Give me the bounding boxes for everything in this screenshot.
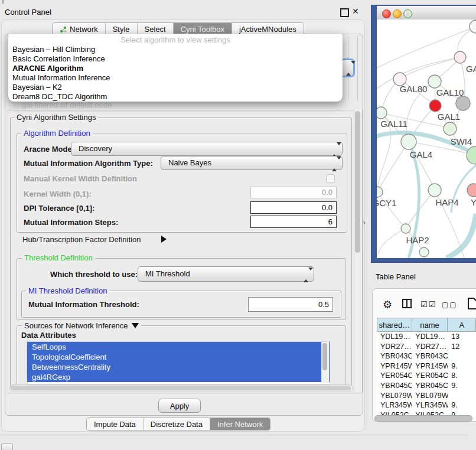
table-column-header[interactable]: A xyxy=(448,318,476,332)
mi-type-combo[interactable]: Naive Bayes xyxy=(161,156,343,170)
table-cell[interactable]: YPR145W xyxy=(377,361,412,371)
table-cell[interactable]: YLR345W xyxy=(412,400,448,410)
table-cell[interactable]: YER054C xyxy=(412,371,448,381)
table-cell[interactable]: YBR045C xyxy=(377,381,412,391)
data-attribute-item[interactable]: gal4RGexp xyxy=(27,372,330,382)
minimize-traffic-light-icon[interactable] xyxy=(393,9,402,18)
data-attributes-list[interactable]: SelfLoopsTopologicalCoefficientBetweenne… xyxy=(27,341,330,384)
mi-threshold-field[interactable]: 0.5 xyxy=(248,297,333,312)
algorithm-option[interactable]: Bayesian – K2 xyxy=(8,83,343,92)
table-cell[interactable]: 9. xyxy=(448,361,476,371)
network-node[interactable] xyxy=(467,184,476,197)
table-cell[interactable]: YBL079W xyxy=(412,391,448,401)
table-row[interactable]: YBR043CYBR043C xyxy=(377,351,476,361)
table-column-header[interactable]: name xyxy=(412,318,448,332)
data-attribute-item[interactable]: TopologicalCoefficient xyxy=(27,352,330,362)
float-window-icon[interactable] xyxy=(340,8,349,17)
zoom-traffic-light-icon[interactable] xyxy=(403,9,412,18)
table-horizontal-scrollbar[interactable] xyxy=(374,415,472,422)
network-node[interactable] xyxy=(377,187,383,197)
table-row[interactable]: YDR27…YDR27…12 xyxy=(377,342,476,352)
table-cell[interactable]: YBR043C xyxy=(412,351,448,361)
settings-vertical-scrollbar-thumb[interactable] xyxy=(355,111,360,253)
which-threshold-combo[interactable]: MI Threshold xyxy=(138,266,314,282)
table-cell[interactable]: 9. xyxy=(448,400,476,410)
network-node[interactable] xyxy=(456,96,470,110)
tab-discretize-data[interactable]: Discretize Data xyxy=(144,418,210,430)
network-edge[interactable] xyxy=(400,57,460,79)
table-cell[interactable]: 8. xyxy=(448,371,476,381)
algorithm-option[interactable]: Dream8 DC_TDC Algorithm xyxy=(8,92,343,102)
table-row[interactable]: YLR345WYLR345W9. xyxy=(377,400,476,410)
close-icon[interactable]: ✕ xyxy=(352,6,359,16)
gear-icon[interactable]: ⚙ xyxy=(383,298,392,311)
bottom-left-button[interactable] xyxy=(1,444,13,450)
network-node[interactable] xyxy=(444,122,457,135)
table-cell[interactable]: YLR345W xyxy=(377,400,412,410)
network-node[interactable] xyxy=(428,75,441,88)
table-cell[interactable]: YDR27… xyxy=(412,342,448,352)
table-cell[interactable]: 13 xyxy=(448,332,476,342)
hide-columns-icon[interactable]: ▢▢ xyxy=(442,301,458,309)
mi-steps-field[interactable]: 6 xyxy=(250,216,337,228)
tab-infer-network[interactable]: Infer Network xyxy=(210,418,270,430)
algorithm-option[interactable]: Basic Correlation Inference xyxy=(8,54,343,64)
table-row[interactable]: YBR045CYBR045C9. xyxy=(377,381,476,391)
algorithm-option[interactable]: ARACNE Algorithm xyxy=(8,64,343,73)
node-table[interactable]: shared…nameA YDL19…YDL19…13YDR27…YDR27…1… xyxy=(377,318,476,416)
table-cell[interactable]: YPR145W xyxy=(412,361,448,371)
network-edge[interactable] xyxy=(378,229,406,254)
tab-impute-data[interactable]: Impute Data xyxy=(87,418,144,430)
algorithm-option[interactable]: Mutual Information Inference xyxy=(8,73,343,83)
table-row[interactable]: YER054CYER054C8. xyxy=(377,371,476,381)
export-table-icon[interactable] xyxy=(468,298,476,311)
hub-definition-label[interactable]: Hub/Transcription Factor Definition xyxy=(22,235,141,244)
show-columns-icon[interactable]: ☑☑ xyxy=(420,300,436,309)
network-view-window[interactable]: GALGAL80GAL10GAL1GAL11SWI4GAL4GCY1HAP4YH… xyxy=(371,5,476,263)
data-attribute-item[interactable]: SelfLoops xyxy=(27,342,330,352)
network-window-titlebar[interactable] xyxy=(377,6,476,20)
table-cell[interactable]: YDL19… xyxy=(412,332,448,342)
close-traffic-light-icon[interactable] xyxy=(382,9,391,18)
table-cell[interactable]: YBL079W xyxy=(377,391,412,401)
split-columns-icon[interactable] xyxy=(402,299,412,310)
network-node[interactable] xyxy=(377,107,387,119)
network-node[interactable] xyxy=(454,51,466,63)
network-node[interactable] xyxy=(428,184,441,197)
algorithm-option[interactable]: Bayesian – Hill Climbing xyxy=(8,45,343,54)
settings-horizontal-scrollbar-thumb[interactable] xyxy=(11,386,351,390)
tab-label: Select xyxy=(145,25,166,34)
manual-kernel-checkbox[interactable] xyxy=(326,174,335,183)
network-node[interactable] xyxy=(401,224,410,233)
table-cell[interactable]: 12 xyxy=(448,342,476,352)
attributes-scrollbar-thumb[interactable] xyxy=(322,343,327,370)
network-canvas[interactable]: GALGAL80GAL10GAL1GAL11SWI4GAL4GCY1HAP4YH… xyxy=(377,19,476,258)
table-cell[interactable]: YDL19… xyxy=(377,332,412,342)
table-row[interactable]: YDL19…YDL19…13 xyxy=(377,332,476,342)
network-edge[interactable] xyxy=(446,214,476,258)
table-column-header[interactable]: shared… xyxy=(377,318,412,332)
kernel-width-field[interactable]: 0.0 xyxy=(250,187,337,198)
dpi-tolerance-label: DPI Tolerance [0,1]: xyxy=(24,204,94,213)
network-node[interactable] xyxy=(429,100,441,112)
apply-button[interactable]: Apply xyxy=(158,399,201,413)
table-cell[interactable]: YBR043C xyxy=(377,351,412,361)
dpi-tolerance-field[interactable]: 0.0 xyxy=(250,201,337,214)
network-edge[interactable] xyxy=(377,142,409,192)
data-attribute-item[interactable]: BetweennessCentrality xyxy=(27,362,330,372)
expand-arrow-icon[interactable] xyxy=(161,236,167,243)
network-node[interactable] xyxy=(401,134,416,149)
table-row[interactable]: YBL079WYBL079W xyxy=(377,391,476,401)
table-cell[interactable]: YBR045C xyxy=(412,381,448,391)
aracne-mode-combo[interactable]: Discovery xyxy=(71,142,343,156)
table-cell[interactable]: 9. xyxy=(448,381,476,391)
table-source-combo-value: gal-filtered.sif default node xyxy=(22,100,112,109)
table-cell[interactable] xyxy=(448,351,476,361)
table-cell[interactable]: YDR27… xyxy=(377,342,412,352)
table-row[interactable]: YPR145WYPR145W9. xyxy=(377,361,476,371)
collapse-arrow-icon[interactable] xyxy=(132,323,139,328)
network-node[interactable] xyxy=(419,247,429,257)
table-cell[interactable]: YER054C xyxy=(377,371,412,381)
table-cell[interactable] xyxy=(448,391,476,401)
network-node[interactable] xyxy=(470,20,476,33)
